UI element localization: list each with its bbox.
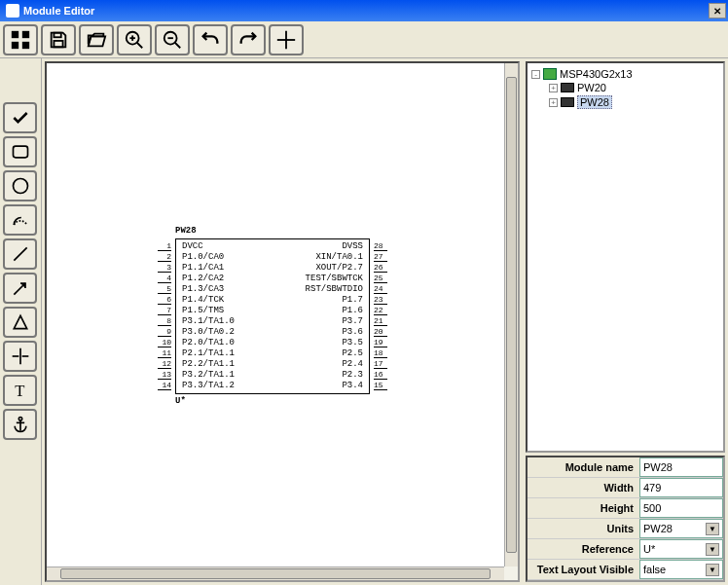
undo-button[interactable] — [193, 24, 228, 55]
package-icon — [561, 97, 574, 107]
rect-tool[interactable] — [3, 136, 37, 167]
svg-rect-2 — [12, 42, 18, 49]
prop-label-module-name: Module name — [528, 457, 639, 477]
arrow-tool[interactable] — [3, 273, 37, 304]
prop-label-height: Height — [528, 498, 639, 518]
chip-symbol[interactable]: PW28 1234567891011121314 DVCCDVSSP1.0/CA… — [175, 238, 370, 394]
expand-icon[interactable]: + — [549, 84, 558, 92]
arc-tool[interactable] — [3, 204, 37, 236]
prop-select-units[interactable]: PW28 — [639, 519, 723, 538]
module-tree[interactable]: - MSP430G2x13 + PW20 + PW28 — [526, 61, 725, 453]
pin-numbers-left: 1234567891011121314 — [158, 240, 171, 390]
chip-icon — [543, 68, 557, 80]
svg-text:T: T — [15, 382, 24, 400]
title-bar: Module Editor ✕ — [0, 0, 728, 21]
circle-tool[interactable] — [3, 170, 37, 201]
horizontal-scrollbar[interactable] — [47, 567, 504, 580]
svg-line-11 — [175, 43, 181, 49]
svg-rect-4 — [54, 33, 60, 38]
pin-numbers-right: 2827262524232221201918171615 — [374, 240, 387, 390]
app-icon — [6, 4, 19, 18]
chip-body: DVCCDVSSP1.0/CA0XIN/TA0.1P1.1/CA1XOUT/P2… — [175, 238, 370, 394]
svg-rect-1 — [22, 31, 29, 38]
prop-select-text-layout[interactable]: false — [639, 560, 723, 579]
chip-label: PW28 — [175, 226, 197, 237]
vertical-scrollbar[interactable] — [504, 63, 518, 567]
anchor-tool[interactable] — [3, 409, 37, 440]
prop-input-width[interactable]: 479 — [639, 478, 723, 497]
svg-rect-15 — [13, 146, 27, 158]
redo-button[interactable] — [231, 24, 266, 55]
check-tool[interactable] — [3, 102, 37, 133]
prop-input-module-name[interactable]: PW28 — [639, 457, 723, 477]
svg-rect-5 — [54, 41, 62, 47]
triangle-tool[interactable] — [3, 307, 37, 338]
zoom-out-button[interactable] — [155, 24, 190, 55]
pin-tool[interactable] — [3, 341, 37, 372]
tree-root[interactable]: - MSP430G2x13 — [531, 67, 719, 81]
tree-item-pw20[interactable]: + PW20 — [549, 81, 719, 94]
open-button[interactable] — [79, 24, 114, 55]
window-title: Module Editor — [23, 5, 94, 17]
prop-input-height[interactable]: 500 — [639, 498, 723, 518]
chip-reference: U* — [175, 396, 186, 407]
prop-label-units: Units — [528, 519, 639, 538]
save-button[interactable] — [41, 24, 76, 55]
svg-point-16 — [13, 179, 27, 194]
top-toolbar — [0, 21, 728, 58]
grid-view-button[interactable] — [3, 24, 38, 55]
prop-label-text-layout: Text Layout Visible — [528, 560, 639, 579]
tree-item-pw28[interactable]: + PW28 — [549, 94, 719, 110]
expand-icon[interactable]: + — [549, 98, 558, 107]
line-tool[interactable] — [3, 238, 37, 270]
prop-select-reference[interactable]: U* — [639, 539, 723, 559]
canvas-area[interactable]: PW28 1234567891011121314 DVCCDVSSP1.0/CA… — [45, 61, 520, 582]
svg-rect-3 — [22, 42, 29, 49]
crosshair-button[interactable] — [269, 24, 304, 55]
prop-label-reference: Reference — [528, 539, 639, 559]
svg-line-17 — [14, 247, 26, 260]
zoom-in-button[interactable] — [117, 24, 152, 55]
package-icon — [561, 83, 574, 92]
svg-line-7 — [137, 43, 143, 49]
expand-icon[interactable]: - — [531, 70, 540, 79]
close-button[interactable]: ✕ — [709, 3, 726, 18]
side-toolbar: T — [0, 58, 42, 585]
properties-panel: Module name PW28 Width 479 Height 500 Un… — [526, 456, 725, 582]
svg-point-23 — [18, 418, 21, 420]
prop-label-width: Width — [528, 478, 639, 497]
text-tool[interactable]: T — [3, 375, 37, 406]
svg-rect-0 — [12, 31, 18, 38]
